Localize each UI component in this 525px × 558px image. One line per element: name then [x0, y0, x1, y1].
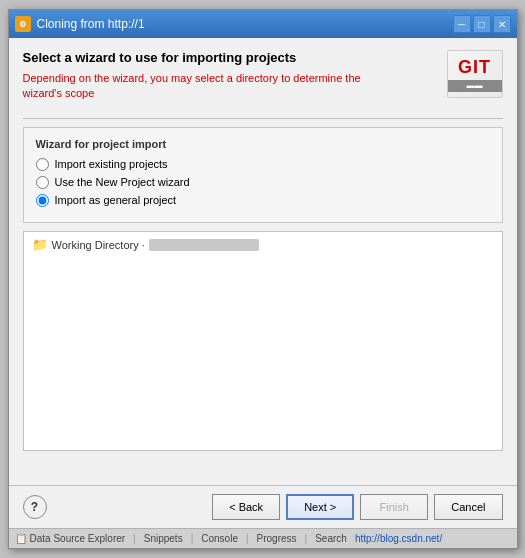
status-snippets-text: Snippets — [144, 533, 183, 544]
radio-import-general[interactable]: Import as general project — [36, 194, 490, 207]
tree-root-path-blurred — [149, 239, 259, 251]
help-button[interactable]: ? — [23, 495, 47, 519]
maximize-button[interactable]: □ — [473, 15, 491, 33]
title-buttons: ─ □ ✕ — [453, 15, 511, 33]
close-button[interactable]: ✕ — [493, 15, 511, 33]
window-title: Cloning from http://1 — [37, 17, 145, 31]
wizard-group: Wizard for project import Import existin… — [23, 127, 503, 223]
status-data-source-label: 📋 — [15, 533, 27, 544]
status-search-text: Search — [315, 533, 347, 544]
status-progress-text: Progress — [257, 533, 297, 544]
radio-new-project-label: Use the New Project wizard — [55, 176, 190, 188]
git-logo-bottom: ▬▬ — [448, 80, 502, 92]
status-search[interactable]: Search — [315, 533, 347, 544]
cancel-button[interactable]: Cancel — [434, 494, 502, 520]
header-divider — [23, 118, 503, 119]
folder-icon: 📁 — [32, 238, 48, 252]
header-text: Select a wizard to use for importing pro… — [23, 50, 447, 102]
radio-new-project-input[interactable] — [36, 176, 49, 189]
status-data-source-text: Data Source Explorer — [30, 533, 126, 544]
header-section: Select a wizard to use for importing pro… — [23, 50, 503, 102]
git-logo-text: GIT — [458, 57, 491, 78]
tree-root-label: Working Directory · — [52, 239, 145, 251]
finish-button[interactable]: Finish — [360, 494, 428, 520]
title-bar-left: ⚙ Cloning from http://1 — [15, 16, 145, 32]
main-window: ⚙ Cloning from http://1 ─ □ ✕ Select a w… — [8, 9, 518, 549]
bottom-bar: ? < Back Next > Finish Cancel — [9, 485, 517, 528]
statusbar: 📋 Data Source Explorer | Snippets | Cons… — [9, 528, 517, 548]
radio-import-existing-input[interactable] — [36, 158, 49, 171]
tree-panel[interactable]: 📁 Working Directory · — [23, 231, 503, 451]
git-logo: GIT ▬▬ — [447, 50, 503, 98]
tree-root-item[interactable]: 📁 Working Directory · — [28, 236, 498, 254]
dialog-content: Select a wizard to use for importing pro… — [9, 38, 517, 485]
minimize-button[interactable]: ─ — [453, 15, 471, 33]
radio-import-existing-label: Import existing projects — [55, 158, 168, 170]
back-button[interactable]: < Back — [212, 494, 280, 520]
dialog-description: Depending on the wizard, you may select … — [23, 71, 403, 102]
wizard-group-title: Wizard for project import — [36, 138, 490, 150]
status-console-text: Console — [201, 533, 238, 544]
radio-new-project[interactable]: Use the New Project wizard — [36, 176, 490, 189]
button-row: ? < Back Next > Finish Cancel — [23, 494, 503, 520]
radio-import-general-input[interactable] — [36, 194, 49, 207]
status-data-source[interactable]: 📋 Data Source Explorer — [15, 533, 126, 544]
radio-import-general-label: Import as general project — [55, 194, 177, 206]
status-snippets[interactable]: Snippets — [144, 533, 183, 544]
status-url: http://blog.csdn.net/ — [355, 533, 442, 544]
next-button[interactable]: Next > — [286, 494, 354, 520]
radio-import-existing[interactable]: Import existing projects — [36, 158, 490, 171]
status-progress[interactable]: Progress — [257, 533, 297, 544]
dialog-title: Select a wizard to use for importing pro… — [23, 50, 447, 65]
window-icon: ⚙ — [15, 16, 31, 32]
title-bar: ⚙ Cloning from http://1 ─ □ ✕ — [9, 10, 517, 38]
status-console[interactable]: Console — [201, 533, 238, 544]
